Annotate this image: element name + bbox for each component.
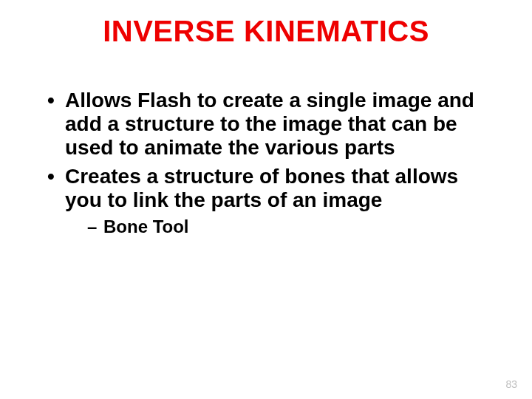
slide: INVERSE KINEMATICS Allows Flash to creat… — [0, 0, 532, 399]
sub-bullet-list: Bone Tool — [65, 216, 495, 238]
slide-body: Allows Flash to create a single image an… — [47, 89, 495, 242]
sub-bullet-item: Bone Tool — [87, 216, 495, 238]
bullet-text: Allows Flash to create a single image an… — [65, 89, 474, 159]
sub-bullet-text: Bone Tool — [103, 216, 189, 236]
page-number: 83 — [505, 378, 517, 390]
bullet-item: Allows Flash to create a single image an… — [47, 89, 495, 160]
bullet-item: Creates a structure of bones that allows… — [47, 165, 495, 238]
slide-title: INVERSE KINEMATICS — [0, 15, 532, 48]
bullet-text: Creates a structure of bones that allows… — [65, 165, 458, 211]
bullet-list: Allows Flash to create a single image an… — [47, 89, 495, 238]
